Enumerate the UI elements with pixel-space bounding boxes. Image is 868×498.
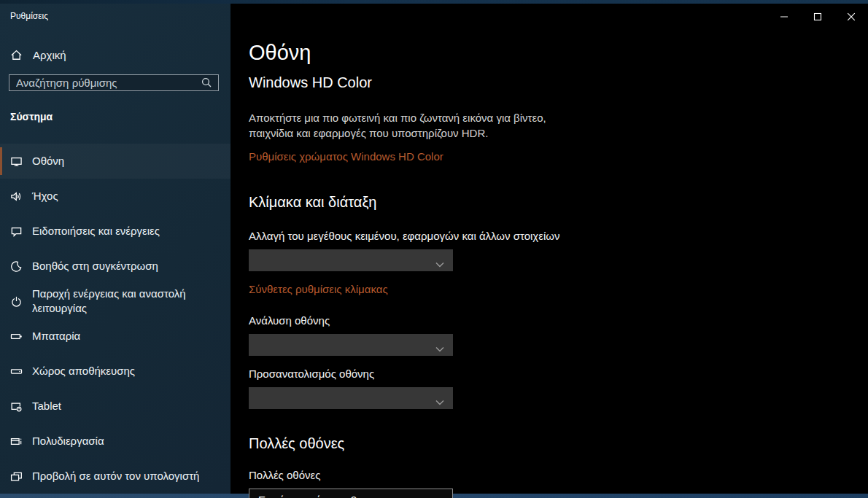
sidebar-item-label: Χώρος αποθήκευσης — [32, 364, 135, 378]
sidebar-item-storage[interactable]: Χώρος αποθήκευσης — [0, 354, 230, 389]
sidebar-item-power-sleep[interactable]: Παροχή ενέργειας και αναστολή λειτουργία… — [0, 284, 230, 319]
minimize-icon — [780, 11, 788, 24]
scaling-dropdown[interactable] — [249, 249, 453, 271]
display-icon — [10, 155, 23, 168]
sidebar-item-label: Πολυδιεργασία — [32, 434, 104, 448]
settings-window: Ρυθμίσεις Αρχική — [0, 0, 868, 498]
close-button[interactable] — [834, 4, 868, 31]
hdr-description: Αποκτήστε μια πιο φωτεινή και πιο ζωνταν… — [249, 110, 564, 141]
orientation-dropdown[interactable] — [249, 387, 453, 409]
sidebar-item-label: Μπαταρία — [32, 329, 80, 343]
sidebar-item-home[interactable]: Αρχική — [0, 44, 230, 66]
sidebar: Ρυθμίσεις Αρχική — [0, 4, 230, 494]
chevron-down-icon — [435, 257, 444, 263]
home-icon — [10, 49, 23, 61]
notifications-icon — [10, 225, 23, 238]
content-row: Ρυθμίσεις Αρχική — [0, 4, 868, 494]
minimize-button[interactable] — [767, 4, 801, 31]
orientation-label: Προσανατολισμός οθόνης — [249, 367, 868, 380]
focus-assist-icon — [10, 260, 23, 273]
search-box — [9, 74, 219, 91]
sidebar-item-label: Ειδοποιήσεις και ενέργειες — [32, 224, 160, 238]
window-controls — [767, 4, 868, 31]
main-panel: Οθόνη Windows HD Color Αποκτήστε μια πιο… — [230, 4, 868, 494]
multitasking-icon — [10, 435, 23, 448]
sidebar-item-label: Ήχος — [32, 189, 58, 203]
project-icon — [10, 470, 23, 483]
advanced-scaling-link[interactable]: Σύνθετες ρυθμίσεις κλίμακας — [249, 283, 388, 295]
battery-icon — [10, 330, 23, 343]
sound-icon — [10, 190, 23, 203]
sidebar-item-label: Παροχή ενέργειας και αναστολή λειτουργία… — [32, 287, 213, 316]
hdr-color-settings-link[interactable]: Ρυθμίσεις χρώματος Windows HD Color — [249, 150, 443, 163]
sidebar-item-projecting[interactable]: Προβολή σε αυτόν τον υπολογιστή — [0, 459, 230, 494]
scaling-label: Αλλαγή του μεγέθους κειμένου, εφαρμογών … — [249, 230, 868, 242]
resolution-label: Ανάλυση οθόνης — [249, 314, 868, 327]
sidebar-item-label: Οθόνη — [32, 154, 64, 168]
sidebar-nav: Οθόνη Ήχος — [0, 144, 230, 494]
sidebar-item-sound[interactable]: Ήχος — [0, 179, 230, 214]
sidebar-item-battery[interactable]: Μπαταρία — [0, 319, 230, 354]
sidebar-item-notifications[interactable]: Ειδοποιήσεις και ενέργειες — [0, 214, 230, 249]
app-title: Ρυθμίσεις — [0, 4, 230, 21]
search-icon[interactable] — [201, 77, 212, 88]
maximize-button[interactable] — [801, 4, 834, 31]
chevron-down-icon — [435, 395, 444, 401]
multi-display-dropdown[interactable]: Εμφάνιση μόνο σε 2 — [249, 489, 453, 498]
multi-display-label: Πολλές οθόνες — [249, 469, 868, 481]
sidebar-item-focus-assist[interactable]: Βοηθός στη συγκέντρωση — [0, 249, 230, 284]
storage-icon — [10, 365, 23, 378]
multi-display-dropdown-value: Εμφάνιση μόνο σε 2 — [258, 494, 435, 498]
chevron-down-icon — [435, 342, 444, 348]
tablet-icon — [10, 400, 23, 413]
sidebar-item-tablet[interactable]: Tablet — [0, 389, 230, 424]
search-input[interactable] — [16, 77, 201, 89]
close-icon — [847, 11, 856, 24]
sidebar-item-label: Προβολή σε αυτόν τον υπολογιστή — [32, 469, 199, 483]
sidebar-item-display[interactable]: Οθόνη — [0, 144, 230, 179]
scale-section-title: Κλίμακα και διάταξη — [249, 194, 868, 211]
sidebar-item-multitasking[interactable]: Πολυδιεργασία — [0, 424, 230, 459]
maximize-icon — [813, 11, 822, 24]
page-title: Οθόνη — [249, 40, 868, 65]
sidebar-item-label: Αρχική — [33, 49, 66, 61]
multi-display-section-title: Πολλές οθόνες — [249, 435, 868, 452]
resolution-dropdown[interactable] — [249, 334, 453, 356]
power-icon — [10, 295, 23, 308]
hdr-section-title: Windows HD Color — [249, 74, 868, 91]
sidebar-item-label: Tablet — [32, 399, 61, 413]
sidebar-section-title: Σύστημα — [10, 111, 230, 122]
sidebar-item-label: Βοηθός στη συγκέντρωση — [32, 259, 158, 273]
